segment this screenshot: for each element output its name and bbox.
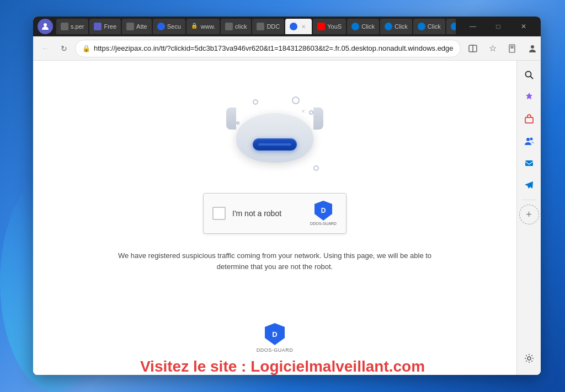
sidebar-collections-button[interactable]: [519, 87, 539, 107]
address-bar: ← ↻ 🔒 https://jeezipax.co.in/tt/?clickid…: [33, 36, 541, 61]
tab-ddc[interactable]: DDC: [252, 19, 284, 34]
svg-point-0: [44, 23, 47, 26]
ddos-footer-shield-icon: D: [265, 323, 285, 345]
tab-label-click3: Click: [395, 23, 408, 30]
sidebar-shopping-button[interactable]: [519, 109, 539, 129]
tab-yt[interactable]: YouS: [313, 19, 346, 34]
captcha-logo: D DDOS-GUARD: [310, 200, 337, 227]
tab-favicon-click3: [385, 23, 392, 30]
tab-label-www: www.: [201, 23, 215, 30]
page-content: × I'm not a robot: [33, 61, 516, 375]
svg-rect-5: [510, 47, 514, 49]
tab-favicon-click2: [351, 23, 359, 30]
svg-rect-11: [525, 117, 533, 123]
captcha-box: I'm not a robot D DDOS-GUARD: [203, 193, 347, 234]
tab-label-yt: YouS: [327, 23, 342, 30]
favorites-button[interactable]: ☆: [484, 40, 502, 57]
tab-label-s: s.per: [71, 23, 84, 30]
captcha-checkbox[interactable]: [212, 207, 226, 220]
robot-body: [236, 113, 313, 163]
tab-s[interactable]: s.per: [56, 19, 88, 34]
back-button[interactable]: ←: [38, 41, 53, 56]
bottom-overlay-text: Visitez le site : Logicielmalveillant.co…: [140, 358, 425, 375]
window-controls: — □ ✕: [460, 17, 536, 36]
ddos-shield-icon: D: [315, 201, 332, 221]
decorative-x: ×: [301, 108, 305, 115]
sidebar-telegram-button[interactable]: [519, 175, 539, 195]
minimize-button[interactable]: —: [460, 17, 486, 36]
tab-label-ddc: DDC: [266, 23, 280, 30]
sidebar-search-button[interactable]: [519, 65, 539, 85]
address-text: https://jeezipax.co.in/tt/?clickid=5dc3b…: [94, 44, 454, 52]
svg-point-9: [525, 72, 531, 77]
profile-icon[interactable]: [38, 19, 53, 34]
sidebar-people-button[interactable]: [519, 131, 539, 151]
tab-atte[interactable]: Atte: [122, 19, 152, 34]
description-text: We have registered suspicious traffic co…: [109, 250, 440, 272]
svg-point-12: [526, 138, 530, 141]
robot-visor: [253, 138, 297, 151]
tab-favicon-click4: [418, 23, 425, 30]
decorative-dot-3: [309, 110, 313, 115]
tab-favicon-click1: [225, 23, 233, 30]
tabs-area: s.per Free Atte Secu: [56, 19, 456, 34]
svg-line-10: [530, 77, 533, 79]
tab-favicon-secu: [157, 23, 165, 30]
ddos-footer-label: DDOS-GUARD: [257, 347, 294, 353]
svg-point-13: [530, 138, 532, 141]
tab-label-atte: Atte: [136, 23, 147, 30]
lock-icon: 🔒: [82, 45, 90, 52]
collections-button[interactable]: [504, 40, 521, 57]
svg-text:D: D: [272, 330, 277, 339]
browser-window: s.per Free Atte Secu: [33, 17, 541, 375]
svg-rect-14: [525, 160, 533, 166]
captcha-label: I'm not a robot: [232, 209, 281, 218]
sidebar-divider: [521, 200, 537, 200]
tab-favicon-atte: [126, 23, 134, 30]
bottom-overlay: Visitez le site : Logicielmalveillant.co…: [0, 358, 565, 375]
tab-click2[interactable]: Click: [347, 19, 379, 34]
tab-www[interactable]: 🔒 www.: [186, 19, 220, 34]
tab-free[interactable]: Free: [89, 19, 121, 34]
tab-click3[interactable]: Click: [380, 19, 412, 34]
tab-close-active[interactable]: ✕: [300, 23, 307, 30]
svg-point-6: [531, 45, 534, 49]
decorative-dot-2: [292, 96, 300, 104]
content-area: × I'm not a robot: [33, 61, 541, 375]
robot-ear-right: [313, 108, 323, 130]
tab-favicon-s: [61, 23, 68, 30]
tab-favicon-ddc: [257, 23, 264, 30]
tab-click4[interactable]: Click: [413, 19, 445, 34]
split-screen-button[interactable]: [464, 40, 482, 57]
tab-click5[interactable]: Click: [446, 19, 456, 34]
decorative-dot-4: [236, 121, 239, 125]
tab-favicon-free: [94, 23, 102, 30]
title-bar-left: s.per Free Atte Secu: [38, 19, 456, 34]
title-bar: s.per Free Atte Secu: [33, 17, 541, 36]
decorative-dot-1: [253, 99, 258, 105]
profile-button[interactable]: [524, 40, 541, 57]
maximize-button[interactable]: □: [486, 17, 511, 36]
address-bar-actions: ☆ ···: [464, 40, 541, 57]
tab-label-secu: Secu: [167, 23, 181, 30]
edge-sidebar: +: [516, 61, 541, 375]
tab-favicon-yt: [317, 23, 325, 30]
tab-favicon-www: 🔒: [191, 23, 199, 30]
tab-label-free: Free: [104, 23, 116, 30]
close-button[interactable]: ✕: [511, 17, 536, 36]
tab-label-click4: Click: [428, 23, 441, 30]
tab-favicon-click5: [451, 23, 456, 30]
tab-favicon-active: [290, 23, 297, 30]
address-bar-input-wrapper[interactable]: 🔒 https://jeezipax.co.in/tt/?clickid=5dc…: [75, 40, 461, 57]
tab-label-click1: click: [235, 23, 247, 30]
tab-click1[interactable]: click: [221, 19, 251, 34]
sidebar-outlook-button[interactable]: [519, 153, 539, 173]
svg-rect-4: [510, 46, 514, 47]
tab-label-click2: Click: [361, 23, 375, 30]
refresh-button[interactable]: ↻: [56, 41, 72, 56]
sidebar-add-button[interactable]: +: [519, 205, 539, 224]
captcha-left: I'm not a robot: [212, 207, 281, 220]
robot-illustration: ×: [220, 94, 330, 182]
tab-active[interactable]: ✕: [285, 19, 312, 34]
tab-secu[interactable]: Secu: [153, 19, 185, 34]
